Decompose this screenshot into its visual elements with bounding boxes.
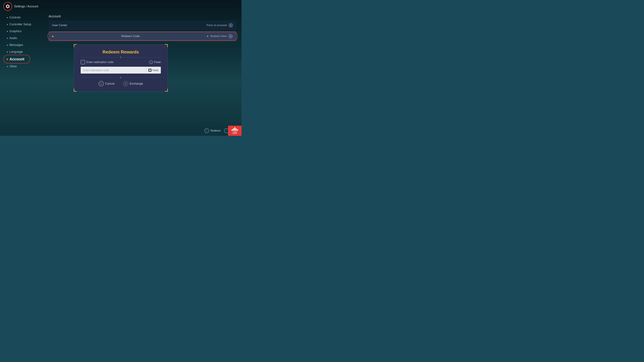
bullet-audio: ◆	[7, 37, 8, 39]
modal-label-text: Enter redemption code	[86, 61, 114, 64]
redemption-input-row: Paste	[81, 67, 161, 73]
redeem-action[interactable]: ✕ Redeem	[204, 128, 220, 133]
redeem-code-action: Redeem Now	[210, 35, 226, 38]
gear-icon	[5, 4, 10, 9]
bullet-language: ◆	[7, 51, 8, 53]
cancel-circle-icon: ○	[98, 81, 104, 86]
redeem-code-arrow: ›	[228, 34, 233, 38]
modal-label: □ Enter redemption code	[81, 60, 114, 64]
redeem-code-row[interactable]: ▶ Redeem Code ✦ Redeem Now ›	[49, 31, 236, 41]
deco-bar-left	[81, 57, 119, 57]
paste-label-inline: Paste	[152, 69, 158, 71]
deco-line-bottom	[81, 77, 161, 78]
redeem-row-triangle: ▶	[52, 35, 54, 37]
modal-title: Redeem Rewards	[81, 49, 161, 55]
gg-bar-1	[232, 129, 232, 131]
label-square-icon: □	[81, 60, 85, 64]
cancel-label: Cancel	[105, 82, 114, 85]
breadcrumb: Settings / Account	[14, 5, 38, 8]
panel-title: Account	[49, 14, 236, 18]
triangle-icon: △	[149, 60, 153, 64]
gg-bar-2	[233, 128, 234, 131]
redeem-code-right: ✦ Redeem Now ›	[206, 34, 233, 38]
user-center-arrow: ›	[228, 23, 233, 28]
redeem-circle-icon: ✕	[204, 128, 209, 133]
corner-bottom-right	[164, 88, 168, 92]
user-center-label: User Center	[52, 24, 68, 27]
redeem-bottom-label: Redeem	[210, 129, 220, 132]
modal-actions: ○ Cancel ✕ Exchange	[81, 81, 161, 86]
gg-bar-3	[234, 127, 235, 131]
sidebar-item-controller-setup[interactable]: ◆ Controller Setup	[5, 21, 42, 27]
paste-button-inline[interactable]: Paste	[146, 67, 161, 73]
bullet-account: ▶	[7, 58, 8, 60]
gg-text: GAMER GUIDES	[232, 131, 237, 134]
sidebar-item-messages[interactable]: ◆ Messages	[5, 42, 42, 48]
exchange-label: Exchange	[130, 82, 143, 85]
paste-button-top[interactable]: △ Paste	[149, 60, 161, 64]
redeem-code-star: ✦	[206, 35, 209, 38]
clipboard-svg	[149, 69, 151, 71]
sidebar-item-language[interactable]: ◆ Language	[5, 49, 42, 55]
user-center-row[interactable]: User Center Press to proceed ›	[49, 21, 236, 30]
redeem-code-label: Redeem Code	[122, 34, 140, 38]
deco-bar-right	[123, 57, 161, 57]
bullet-controls: ◆	[7, 16, 8, 18]
gg-bar-4	[236, 128, 237, 131]
sidebar-item-audio[interactable]: ◆ Audio	[5, 35, 42, 41]
corner-bottom-left	[74, 88, 77, 92]
cancel-button[interactable]: ○ Cancel	[98, 81, 114, 86]
exchange-circle-icon: ✕	[123, 81, 128, 86]
sidebar-item-graphics[interactable]: ◆ Graphics	[5, 28, 42, 34]
settings-icon-wrapper	[3, 2, 12, 11]
redemption-code-input[interactable]	[81, 67, 146, 73]
user-center-right: Press to proceed ›	[206, 23, 233, 28]
exchange-button[interactable]: ✕ Exchange	[123, 81, 143, 86]
bullet-other: ◆	[7, 65, 8, 67]
paste-label-top: Paste	[154, 61, 161, 64]
gamer-guides-badge: GAMER GUIDES	[228, 126, 242, 136]
bullet-controller: ◆	[7, 23, 8, 25]
sidebar-item-account[interactable]: ▶ Account	[5, 56, 42, 63]
sidebar: ◆ Controls ◆ Controller Setup ◆ Graphics…	[5, 13, 42, 136]
deco-line-top	[81, 57, 161, 58]
deco-diamond	[120, 56, 122, 58]
sidebar-item-other[interactable]: ◆ Other	[5, 63, 42, 69]
gg-bar-5	[237, 129, 238, 131]
corner-top-right	[164, 44, 168, 47]
modal-label-row: □ Enter redemption code △ Paste	[81, 60, 161, 64]
svg-rect-1	[150, 69, 150, 70]
sidebar-item-controls[interactable]: ◆ Controls	[5, 14, 42, 21]
redeem-rewards-modal: Redeem Rewards □ Enter redemption code △…	[74, 44, 168, 91]
top-bar: Settings / Account	[0, 0, 242, 13]
clipboard-icon	[148, 69, 152, 72]
user-center-action: Press to proceed	[206, 24, 227, 27]
corner-top-left	[74, 44, 77, 47]
bullet-messages: ◆	[7, 44, 8, 46]
deco-diamond-bottom	[120, 77, 122, 78]
bullet-graphics: ◆	[7, 30, 8, 32]
gg-bars	[232, 127, 238, 131]
